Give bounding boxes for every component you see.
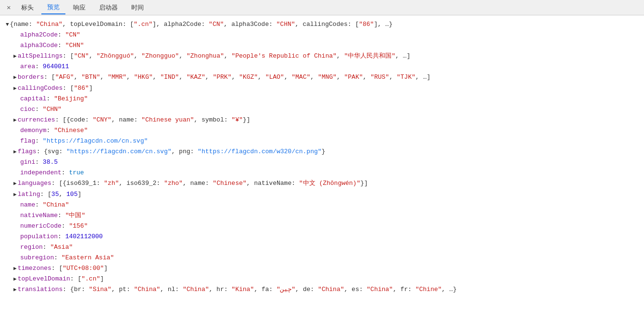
flags-line: flags: {svg: "https://flagcdn.com/cn.svg… xyxy=(6,146,638,157)
close-tab-button[interactable]: ✕ xyxy=(4,2,13,12)
json-viewer: {name: "China", topLevelDomain: [".cn"],… xyxy=(0,15,644,299)
currencies-line: currencies: [{code: "CNY", name: "Chines… xyxy=(6,115,638,125)
numericcode-line: numericCode: "156" xyxy=(6,221,638,232)
currencies-toggle[interactable] xyxy=(13,116,17,125)
borders-line: borders: ["AFG", "BTN", "MMR", "HKG", "I… xyxy=(6,72,638,83)
borders-toggle[interactable] xyxy=(13,73,17,82)
translations-toggle[interactable] xyxy=(13,285,17,294)
tab-timing[interactable]: 时间 xyxy=(126,1,150,14)
gini-line: gini: 38.5 xyxy=(6,157,638,168)
root-toggle[interactable] xyxy=(6,20,9,29)
tab-header[interactable]: 标头 xyxy=(15,1,39,14)
languages-toggle[interactable] xyxy=(13,179,17,188)
independent-line: independent: true xyxy=(6,168,638,178)
name-line: name: "China" xyxy=(6,200,638,210)
tab-response[interactable]: 响应 xyxy=(67,1,91,14)
flag-line: flag: "https://flagcdn.com/cn.svg" xyxy=(6,136,638,146)
languages-line: languages: [{iso639_1: "zh", iso639_2: "… xyxy=(6,178,638,189)
latlng-line: latlng: [35, 105] xyxy=(6,189,638,200)
callingcodes-line: callingCodes: ["86"] xyxy=(6,83,638,94)
capital-line: capital: "Beijing" xyxy=(6,94,638,104)
tab-preview[interactable]: 预览 xyxy=(41,1,65,14)
timezones-toggle[interactable] xyxy=(13,264,17,273)
callingcodes-toggle[interactable] xyxy=(13,84,17,93)
translations-line: translations: {br: "Sina", pt: "China", … xyxy=(6,284,638,295)
latlng-toggle[interactable] xyxy=(13,190,17,199)
population-line: population: 1402112000 xyxy=(6,232,638,242)
alpha3code-line: alpha3Code: "CHN" xyxy=(6,40,638,51)
alpha2code-line: alpha2Code: "CN" xyxy=(6,30,638,40)
subregion-line: subregion: "Eastern Asia" xyxy=(6,253,638,263)
area-line: area: 9640011 xyxy=(6,61,638,72)
flags-toggle[interactable] xyxy=(13,147,17,157)
cioc-line: cioc: "CHN" xyxy=(6,104,638,115)
topleveldomain-line: topLevelDomain: [".cn"] xyxy=(6,274,638,284)
timezones-line: timezones: ["UTC+08:00"] xyxy=(6,263,638,274)
topleveldomain-toggle[interactable] xyxy=(13,275,17,284)
region-line: region: "Asia" xyxy=(6,242,638,253)
tab-initiator[interactable]: 启动器 xyxy=(93,1,124,14)
tab-bar: ✕ 标头 预览 响应 启动器 时间 xyxy=(0,0,644,15)
altspellings-toggle[interactable] xyxy=(13,52,17,61)
demonym-line: demonym: "Chinese" xyxy=(6,125,638,136)
nativename-line: nativeName: "中国" xyxy=(6,210,638,221)
root-line: {name: "China", topLevelDomain: [".cn"],… xyxy=(6,19,638,30)
altspellings-line: altSpellings: ["CN", "Zhōngguó", "Zhongg… xyxy=(6,51,638,61)
